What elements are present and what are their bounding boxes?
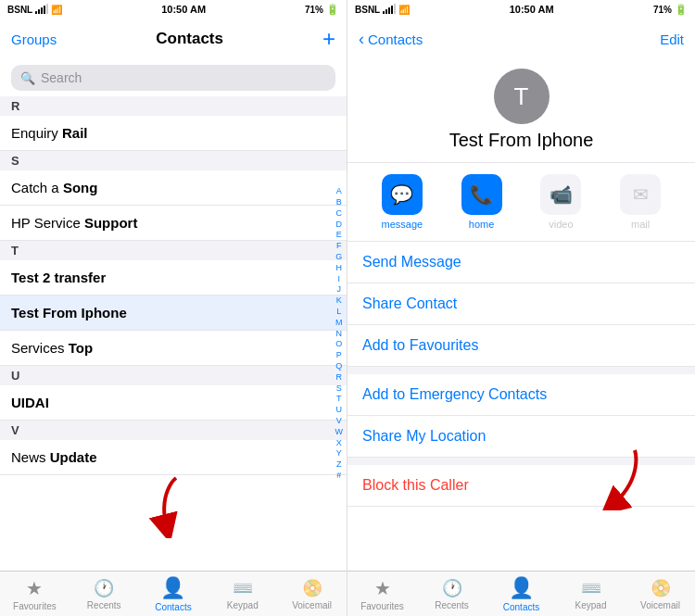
contact-catch-song[interactable]: Catch a Song <box>0 170 347 206</box>
contact-uidai[interactable]: UIDAI <box>0 385 347 421</box>
left-tab-bar: ★ Favourites 🕐 Recents 👤 Contacts ⌨️ Key… <box>0 571 347 616</box>
contact-header: T Test From Iphone <box>348 59 695 163</box>
message-icon: 💬 <box>382 174 423 215</box>
voicemail-icon-left: 📀 <box>302 578 322 598</box>
left-nav-title: Contacts <box>156 30 223 48</box>
contact-avatar: T <box>494 69 550 124</box>
keypad-label-left: Keypad <box>227 600 259 610</box>
contact-news-update[interactable]: News Update <box>0 440 347 475</box>
contacts-label-right: Contacts <box>503 602 539 612</box>
recents-label-right: Recents <box>435 600 469 610</box>
alpha-index[interactable]: ABCDE FGHIJ KLMNO PQRST UVWXY Z# <box>334 96 346 571</box>
recents-label-left: Recents <box>87 600 121 610</box>
right-nav-bar: ‹ Contacts Edit <box>348 19 695 59</box>
keypad-icon-left: ⌨️ <box>233 578 253 598</box>
right-battery-pct: 71% <box>653 5 672 15</box>
right-status-bar: BSNL 📶 10:50 AM 71% 🔋 <box>348 0 695 19</box>
phone-icon: 📞 <box>461 174 502 215</box>
mail-button[interactable]: ✉ mail <box>600 174 680 230</box>
left-carrier: BSNL <box>7 5 32 15</box>
left-battery-pct: 71% <box>305 5 323 15</box>
keypad-label-right: Keypad <box>575 600 607 610</box>
add-to-favourites-item[interactable]: Add to Favourites <box>348 325 695 367</box>
contact-services-top[interactable]: Services Top <box>0 331 347 366</box>
message-button[interactable]: 💬 message <box>362 174 442 230</box>
contacts-list: R Enquiry Rail S Catch a Song HP Service… <box>0 96 347 571</box>
left-battery-icon: 🔋 <box>326 4 339 16</box>
search-input[interactable]: 🔍 Search <box>11 65 335 91</box>
share-contact-item[interactable]: Share Contact <box>348 283 695 325</box>
left-signal <box>35 5 48 14</box>
right-signal <box>383 5 396 14</box>
contact-hp-support[interactable]: HP Service Support <box>0 206 347 241</box>
share-location-item[interactable]: Share My Location <box>348 416 695 458</box>
section-header-T: T <box>0 241 347 260</box>
contacts-icon-right: 👤 <box>509 576 534 600</box>
section-header-R: R <box>0 96 347 116</box>
left-wifi: 📶 <box>51 5 62 15</box>
action-buttons: 💬 message 📞 home 📹 video ✉ mail <box>348 163 695 242</box>
right-tab-bar: ★ Favourites 🕐 Recents 👤 Contacts ⌨️ Key… <box>348 571 695 616</box>
search-placeholder: Search <box>41 70 82 85</box>
right-carrier: BSNL <box>355 5 380 15</box>
contact-test-from-iphone[interactable]: Test From Iphone <box>0 295 347 331</box>
contacts-label-left: Contacts <box>155 602 191 612</box>
left-time: 10:50 AM <box>161 4 206 15</box>
menu-group-2: Add to Emergency Contacts Share My Locat… <box>348 374 695 458</box>
menu-gap-2 <box>348 458 695 465</box>
favourites-label-left: Favourites <box>13 601 57 611</box>
favourites-icon-right: ★ <box>374 577 391 599</box>
contact-enquiry-rail[interactable]: Enquiry Rail <box>0 116 347 151</box>
recents-icon-right: 🕐 <box>442 578 462 598</box>
right-status-left: BSNL 📶 <box>355 5 410 15</box>
tab-favourites-left[interactable]: ★ Favourites <box>0 577 70 611</box>
left-panel: BSNL 📶 10:50 AM 71% 🔋 Groups Contacts + … <box>0 0 348 616</box>
add-emergency-item[interactable]: Add to Emergency Contacts <box>348 374 695 416</box>
left-status-bar: BSNL 📶 10:50 AM 71% 🔋 <box>0 0 347 19</box>
menu-group-1: Send Message Share Contact Add to Favour… <box>348 242 695 367</box>
tab-keypad-right[interactable]: ⌨️ Keypad <box>556 578 626 610</box>
tab-keypad-left[interactable]: ⌨️ Keypad <box>208 578 277 610</box>
tab-voicemail-right[interactable]: 📀 Voicemail <box>626 578 695 610</box>
tab-recents-left[interactable]: 🕐 Recents <box>70 578 139 610</box>
add-contact-button[interactable]: + <box>322 26 335 52</box>
tab-voicemail-left[interactable]: 📀 Voicemail <box>277 578 347 610</box>
tab-contacts-left[interactable]: 👤 Contacts <box>139 576 208 612</box>
video-button[interactable]: 📹 video <box>522 174 601 230</box>
right-wifi: 📶 <box>398 5 410 15</box>
groups-button[interactable]: Groups <box>11 31 57 47</box>
menu-gap-1 <box>348 367 695 374</box>
right-status-right: 71% 🔋 <box>653 4 688 16</box>
section-header-U: U <box>0 366 347 385</box>
voicemail-label-right: Voicemail <box>640 600 680 610</box>
block-caller-item[interactable]: Block this Caller <box>348 465 695 507</box>
home-phone-button[interactable]: 📞 home <box>442 174 522 230</box>
tab-recents-right[interactable]: 🕐 Recents <box>417 578 486 610</box>
send-message-item[interactable]: Send Message <box>348 242 695 283</box>
menu-group-3: Block this Caller <box>348 465 695 507</box>
video-label: video <box>549 219 573 230</box>
right-time: 10:50 AM <box>510 4 554 15</box>
section-header-V: V <box>0 421 347 440</box>
avatar-letter: T <box>514 82 529 111</box>
video-icon: 📹 <box>540 174 581 215</box>
recents-icon-left: 🕐 <box>94 578 114 598</box>
edit-button[interactable]: Edit <box>660 31 684 47</box>
mail-label: mail <box>631 219 650 230</box>
home-label: home <box>469 219 495 230</box>
left-status-left: BSNL 📶 <box>7 5 62 15</box>
tab-contacts-right[interactable]: 👤 Contacts <box>486 576 556 612</box>
back-button[interactable]: ‹ Contacts <box>359 30 423 49</box>
right-panel: BSNL 📶 10:50 AM 71% 🔋 ‹ Contacts Edit T <box>348 0 695 616</box>
tab-favourites-right[interactable]: ★ Favourites <box>348 577 417 611</box>
favourites-icon-left: ★ <box>26 577 43 599</box>
chevron-left-icon: ‹ <box>359 30 364 49</box>
left-nav-bar: Groups Contacts + <box>0 19 347 59</box>
voicemail-label-left: Voicemail <box>292 600 332 610</box>
keypad-icon-right: ⌨️ <box>581 578 601 598</box>
contact-test2-transfer[interactable]: Test 2 transfer <box>0 260 347 295</box>
voicemail-icon-right: 📀 <box>651 578 671 598</box>
search-icon: 🔍 <box>20 71 35 85</box>
favourites-label-right: Favourites <box>360 601 404 611</box>
back-label: Contacts <box>368 31 423 47</box>
